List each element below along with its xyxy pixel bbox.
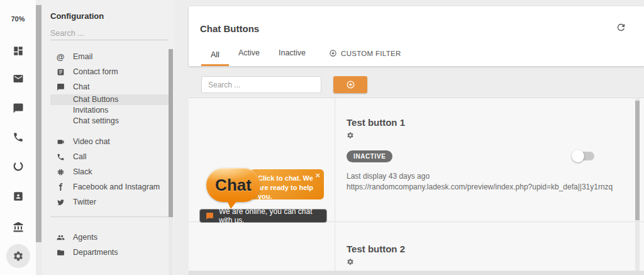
page-header-card: Chat Buttons All Active Inactive CUSTOM … <box>189 6 644 66</box>
facebook-icon <box>55 183 65 191</box>
form-document-icon <box>55 68 65 76</box>
gear-icon <box>347 132 354 139</box>
status-circle-icon <box>13 160 24 172</box>
list-search-input[interactable] <box>201 76 321 93</box>
sidebar-item-video-chat[interactable]: Video chat <box>50 134 169 149</box>
sidebar-scrollbar-thumb[interactable] <box>169 49 173 217</box>
sidebar-item-invitations[interactable]: Invitations <box>50 105 169 116</box>
rail-settings-button[interactable] <box>6 244 30 268</box>
mail-icon <box>13 73 24 84</box>
row-settings-button[interactable] <box>347 258 354 267</box>
widget-online-bar-text: We are online, you can chat with us. <box>219 207 326 225</box>
sidebar-item-label: Agents <box>73 233 97 242</box>
row-meta: Last display 43 days ago https://randomc… <box>347 171 644 193</box>
button-preview-cell <box>189 223 335 275</box>
filter-tabs: All Active Inactive CUSTOM FILTER <box>201 48 411 66</box>
phone-icon <box>13 132 24 143</box>
bank-icon <box>13 222 24 233</box>
button-details-cell: Test button 2 <box>335 223 644 275</box>
rail-scrollbar-track <box>36 5 42 275</box>
settings-gear-icon <box>13 250 24 262</box>
folder-icon <box>55 249 65 257</box>
sidebar-item-label: Call <box>73 152 87 161</box>
sidebar-item-label: Twitter <box>73 198 96 206</box>
list-scrollbar-thumb[interactable] <box>635 101 640 220</box>
status-badge: INACTIVE <box>347 150 392 162</box>
status-toggle[interactable] <box>573 152 594 160</box>
chat-button-title[interactable]: Test button 1 <box>347 117 405 128</box>
sidebar-item-facebook-instagram[interactable]: Facebook and Instagram <box>50 179 169 194</box>
rail-dashboard-button[interactable] <box>11 44 25 58</box>
twitter-bird-icon <box>55 198 65 206</box>
sidebar-item-contact-form[interactable]: Contact form <box>50 64 169 79</box>
rail-mail-button[interactable] <box>11 72 25 86</box>
sidebar-item-chat[interactable]: Chat <box>50 79 169 94</box>
sidebar-item-departments[interactable]: Departments <box>50 245 169 260</box>
widget-callout-text: Click to chat. We are ready to help you. <box>258 174 313 200</box>
widget-online-bar: We are online, you can chat with us. <box>199 209 327 223</box>
horizontal-scrollbar-track <box>189 271 644 275</box>
contact-card-icon <box>13 191 24 202</box>
sidebar-item-label: Video chat <box>73 137 110 146</box>
sidebar-nav: @ Email Contact form Chat Chat Buttons I… <box>50 49 169 260</box>
sidebar-item-label: Facebook and Instagram <box>73 182 160 191</box>
app-window: 70% Configuration <box>0 0 644 275</box>
sidebar-search-input[interactable] <box>50 26 169 40</box>
video-camera-icon <box>55 138 65 146</box>
widget-bubble-tail <box>226 201 237 209</box>
rail-phone-button[interactable] <box>11 130 25 144</box>
add-chat-button[interactable] <box>333 76 367 93</box>
tab-custom-filter[interactable]: CUSTOM FILTER <box>315 49 410 66</box>
people-icon <box>55 233 65 242</box>
config-sidebar: Configuration @ Email Contact form Chat … <box>42 0 174 275</box>
sidebar-item-label: Slack <box>73 167 92 176</box>
chat-bubble-icon <box>55 83 65 91</box>
sidebar-item-label: Departments <box>73 248 118 257</box>
plus-circle-icon <box>346 80 355 89</box>
widget-callout-panel: Click to chat. We are ready to help you.… <box>250 169 324 199</box>
sidebar-item-label: Contact form <box>73 67 118 76</box>
status-line: INACTIVE <box>347 150 644 162</box>
button-preview-cell: Click to chat. We are ready to help you.… <box>189 98 335 222</box>
rail-contacts-button[interactable] <box>11 189 25 203</box>
sidebar-item-call[interactable]: Call <box>50 149 169 164</box>
slack-icon <box>55 168 65 176</box>
tab-all[interactable]: All <box>201 50 229 66</box>
preview-url: https://randomcompany.ladesk.com/preview… <box>347 182 644 193</box>
button-details-cell: Test button 1 INACTIVE Last display 43 d… <box>335 98 644 222</box>
chat-bubble-icon <box>13 103 24 114</box>
sidebar-item-chat-settings[interactable]: Chat settings <box>50 116 169 126</box>
plus-circle-icon <box>329 49 337 57</box>
sidebar-scrollbar-track <box>169 49 173 275</box>
sidebar-item-twitter[interactable]: Twitter <box>50 194 169 210</box>
sidebar-title: Configuration <box>50 11 104 21</box>
at-icon: @ <box>55 53 65 61</box>
rail-scrollbar-thumb[interactable] <box>36 5 42 242</box>
chat-buttons-list: Click to chat. We are ready to help you.… <box>189 98 644 275</box>
rail-chat-button[interactable] <box>11 101 25 115</box>
list-scrollbar-track <box>635 98 640 275</box>
sidebar-item-slack[interactable]: Slack <box>50 164 169 179</box>
sidebar-item-agents[interactable]: Agents <box>50 230 169 245</box>
sidebar-item-email[interactable]: @ Email <box>50 49 169 64</box>
rail-bank-button[interactable] <box>11 220 25 234</box>
last-display-text: Last display 43 days ago <box>347 171 644 182</box>
tab-active[interactable]: Active <box>229 48 269 66</box>
page-title: Chat Buttons <box>200 23 259 34</box>
chat-widget-preview: Click to chat. We are ready to help you.… <box>189 98 335 222</box>
sidebar-divider <box>50 216 169 217</box>
widget-chat-bubble-label: Chat <box>215 176 252 195</box>
zoom-level-label: 70% <box>11 15 25 23</box>
tab-inactive[interactable]: Inactive <box>269 48 315 66</box>
sidebar-item-label: Email <box>73 52 92 61</box>
refresh-icon <box>616 22 626 33</box>
toggle-knob <box>572 150 584 162</box>
sidebar-item-label: Chat <box>73 82 89 91</box>
sidebar-item-chat-buttons[interactable]: Chat Buttons <box>50 94 169 105</box>
rail-status-button[interactable] <box>11 159 25 173</box>
refresh-button[interactable] <box>616 22 626 35</box>
orange-chat-icon <box>206 212 214 220</box>
chat-button-title[interactable]: Test button 2 <box>347 244 405 254</box>
row-settings-button[interactable] <box>347 132 354 141</box>
widget-chat-bubble: Chat <box>206 168 260 202</box>
